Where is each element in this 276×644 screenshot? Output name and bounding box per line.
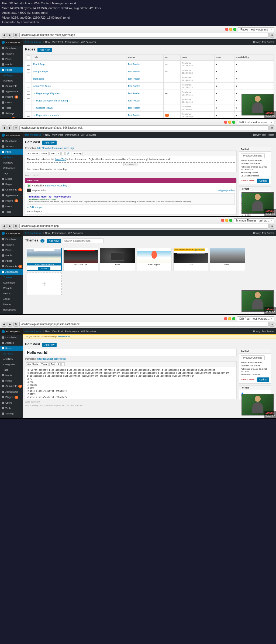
sidebar-dashboard-3[interactable]: Dashboard <box>0 237 23 242</box>
sidebar-themes-3[interactable]: Themes <box>0 275 23 280</box>
sidebar-settings-1[interactable]: Settings <box>0 111 23 116</box>
col-author[interactable]: Author <box>126 54 163 60</box>
forward-btn-2[interactable]: ▶ <box>8 125 12 130</box>
sidebar-settings-2[interactable]: Settings <box>0 214 23 217</box>
min-btn-3[interactable] <box>225 219 228 222</box>
sidebar-pages-1[interactable]: Pages <box>0 67 23 73</box>
theme-train[interactable]: Two version available. Update now Train <box>173 248 208 271</box>
update-btn-2[interactable]: Update <box>257 179 269 183</box>
sidebar-settings-4[interactable]: Settings <box>0 411 23 416</box>
sidebar-seo-1[interactable]: SEO 0 <box>0 116 23 119</box>
max-btn-3[interactable] <box>229 219 232 222</box>
author-link[interactable]: Test Poster <box>128 63 140 66</box>
bookmark-btn-1[interactable]: ★ <box>270 33 274 38</box>
editor-area-2[interactable]: This content is before the 'More Tag' bu… <box>25 156 237 172</box>
back-btn-2[interactable]: ◀ <box>2 125 6 130</box>
row-checkbox[interactable] <box>27 91 30 95</box>
browser-tab-4[interactable]: Edit Post - test wordpre... × <box>237 316 274 321</box>
back-btn-1[interactable]: ◀ <box>2 33 6 38</box>
refresh-btn-3[interactable]: ↻ <box>13 224 18 229</box>
sidebar-jetpack-1[interactable]: Jetpack <box>0 51 23 56</box>
topbar-viewpost-4[interactable]: View Post <box>52 330 63 333</box>
page-link[interactable]: → Page with comments <box>33 114 59 117</box>
sidebar-addnew-2[interactable]: Add New <box>0 160 23 165</box>
sidebar-jetpack-4[interactable]: Jetpack <box>0 340 23 346</box>
sidebar-categories-4[interactable]: Categories <box>0 362 23 367</box>
customize-btn[interactable]: Customize <box>38 267 50 270</box>
editor-area-4[interactable]: <p>Lorem content blablacontent blablacon… <box>25 367 237 399</box>
topbar-performance-1[interactable]: Performance <box>65 41 79 43</box>
sidebar-users-1[interactable]: Users <box>0 100 23 105</box>
sidebar-pages-3[interactable]: Pages <box>0 258 23 264</box>
add-new-btn-2[interactable]: Add New <box>42 141 57 145</box>
author-link[interactable]: Test Poster <box>128 99 140 102</box>
sidebar-dashboard-1[interactable]: Dashboard <box>0 46 23 51</box>
sidebar-comments-4[interactable]: Comments 0 <box>0 383 23 389</box>
sidebar-categories-2[interactable]: Categories <box>0 165 23 171</box>
refresh-btn-2[interactable]: ↻ <box>13 125 18 130</box>
refresh-btn-1[interactable]: ↻ <box>13 33 18 38</box>
bold-btn-4[interactable]: b <box>57 362 61 366</box>
permalink-link-2[interactable]: http://localhost/template-more-tag/ <box>37 147 74 149</box>
back-btn-3[interactable]: ◀ <box>2 224 6 229</box>
topbar-wpsocializer-4[interactable]: WP Socializer <box>81 330 96 333</box>
col-date[interactable]: Date <box>181 54 215 60</box>
trash-btn-2[interactable]: Move to Trash <box>241 179 254 182</box>
sidebar-plugins-1[interactable]: Plugins 0 <box>0 94 23 100</box>
topbar-new-2[interactable]: + New <box>43 134 50 136</box>
sidebar-media-4[interactable]: Media <box>0 373 23 378</box>
page-link[interactable]: → Page Image Alignment <box>33 92 61 95</box>
sidebar-header-3[interactable]: Header <box>0 302 23 307</box>
page-link[interactable]: About The Tests <box>33 85 51 87</box>
theme-rad[interactable]: RAD <box>100 248 135 271</box>
max-btn-4[interactable] <box>232 317 235 320</box>
forward-btn-3[interactable]: ▶ <box>8 224 12 229</box>
bookmark-btn-4[interactable]: ★ <box>270 322 274 327</box>
trash-btn-4[interactable]: Move to Trash <box>241 378 254 381</box>
sidebar-pages-2[interactable]: Pages <box>0 182 23 187</box>
preview-changes-btn-2[interactable]: Preview Changes <box>241 153 265 158</box>
topbar-new-4[interactable]: + New <box>43 330 50 333</box>
sidebar-addnew-1[interactable]: Add New <box>0 78 23 83</box>
address-box-4[interactable]: localhost/wp-admin/post.php?post=1&actio… <box>19 322 268 327</box>
sidebar-posts-3[interactable]: Posts <box>0 247 23 253</box>
sidebar-comments-3[interactable]: Comments 0 <box>0 264 23 269</box>
row-checkbox[interactable] <box>27 98 30 102</box>
sidebar-appearance-1[interactable]: Appearance <box>0 89 23 94</box>
sidebar-comments-2[interactable]: Comments 0 <box>0 187 23 193</box>
sidebar-jetpack-2[interactable]: Jetpack <box>0 144 23 149</box>
sidebar-tags-2[interactable]: Tags <box>0 171 23 176</box>
visual-tab-4[interactable]: Visual <box>40 362 49 366</box>
topbar-wpsocializer-2[interactable]: WP Socializer <box>81 134 96 136</box>
sidebar-tools-4[interactable]: Tools <box>0 406 23 411</box>
select-all-checkbox[interactable] <box>27 56 30 59</box>
theme-roadfighter[interactable]: Road Fighter <box>137 248 172 271</box>
topbar-wpsocializer-3[interactable]: WP Socializer <box>68 232 83 234</box>
page-link[interactable]: start page <box>33 77 44 80</box>
theme-add-new[interactable]: + <box>27 272 62 295</box>
sidebar-jetpack-3[interactable]: Jetpack <box>0 242 23 247</box>
text-tab[interactable]: Text <box>49 152 56 155</box>
italic-btn[interactable]: i <box>61 152 65 155</box>
sidebar-posts-2[interactable]: Posts <box>0 149 23 155</box>
italic-btn-4[interactable]: i <box>61 362 65 366</box>
topbar-performance-3[interactable]: Performance <box>52 232 66 234</box>
sidebar-posts-4[interactable]: Posts <box>0 346 23 351</box>
close-btn-3[interactable] <box>221 219 224 222</box>
browser-tab-2[interactable]: Edit Post - test wordpre... × <box>237 120 274 124</box>
themes-add-new-btn[interactable]: Add New <box>47 239 61 243</box>
row-checkbox[interactable] <box>27 113 30 117</box>
link-btn[interactable]: 🔗 <box>65 152 71 155</box>
close-btn-4[interactable] <box>224 317 227 320</box>
sidebar-seo-4[interactable]: SEO 0 <box>0 416 23 419</box>
update-btn-4[interactable]: Update <box>257 377 269 382</box>
sidebar-allposts-2[interactable]: All Posts <box>0 155 23 160</box>
row-checkbox[interactable] <box>27 69 30 73</box>
topbar-new-1[interactable]: + New <box>43 41 50 43</box>
theme-twentysixteen[interactable]: Active: Twenty Sixteen Customize <box>27 248 62 271</box>
page-link[interactable]: Front Page <box>33 63 45 66</box>
theme-nickstate[interactable]: Nickstate Lite <box>63 248 98 271</box>
focus-keyword-input[interactable] <box>45 210 72 213</box>
author-link[interactable]: Test Poster <box>128 85 140 87</box>
min-btn-2[interactable] <box>228 121 231 124</box>
